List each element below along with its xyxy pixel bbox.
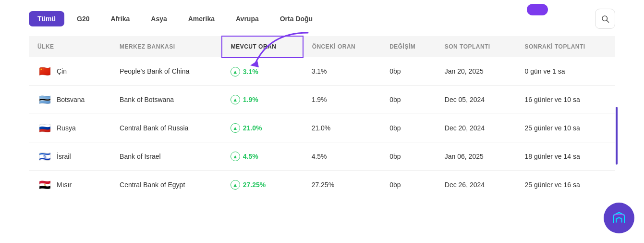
flag-icon: 🇧🇼 [37, 92, 52, 107]
country-cell: 🇷🇺Rusya [29, 114, 111, 142]
rate-cell: ▲3.1% [222, 57, 303, 86]
next-meeting-cell: 25 günler ve 16 sa [516, 171, 615, 199]
next-meeting-cell: 0 gün ve 1 sa [516, 57, 615, 86]
flag-icon: 🇮🇱 [37, 149, 52, 164]
col-deği̇şi̇m: DEĞİŞİM [381, 36, 436, 57]
change-cell: 0bp [381, 171, 436, 199]
col-mevcut-oran: MEVCUT ORAN [222, 36, 303, 57]
table-row: 🇷🇺RusyaCentral Bank of Russia▲21.0%21.0%… [29, 114, 615, 142]
last-meeting-cell: Dec 05, 2024 [436, 86, 516, 114]
logo-badge [604, 203, 634, 233]
up-arrow-icon: ▲ [231, 180, 240, 190]
bank-cell: Central Bank of Egypt [111, 171, 222, 199]
col-ülke: ÜLKE [29, 36, 111, 57]
bank-cell: Bank of Israel [111, 142, 222, 171]
next-meeting-cell: 25 günler ve 10 sa [516, 114, 615, 142]
tooltip-bubble [527, 4, 548, 15]
country-cell: 🇮🇱İsrail [29, 142, 111, 171]
nav-btn-avrupa[interactable]: Avrupa [227, 11, 267, 26]
scrollbar[interactable] [616, 107, 618, 165]
rate-cell: ▲27.25% [222, 171, 303, 199]
prev-rate-cell: 21.0% [303, 114, 381, 142]
rate-cell: ▲4.5% [222, 142, 303, 171]
table-row: 🇧🇼BotsvanaBank of Botswana▲1.9%1.9%0bpDe… [29, 86, 615, 114]
country-name: Botsvana [57, 96, 85, 103]
prev-rate-cell: 3.1% [303, 57, 381, 86]
next-meeting-cell: 16 günler ve 10 sa [516, 86, 615, 114]
col-son-toplanti: SON TOPLANTI [436, 36, 516, 57]
col-sonraki̇-toplanti: SONRAKİ TOPLANTI [516, 36, 615, 57]
rate-value: 1.9% [243, 96, 258, 103]
country-name: İsrail [57, 153, 71, 160]
prev-rate-cell: 27.25% [303, 171, 381, 199]
change-cell: 0bp [381, 142, 436, 171]
bank-cell: Central Bank of Russia [111, 114, 222, 142]
country-cell: 🇧🇼Botsvana [29, 86, 111, 114]
change-cell: 0bp [381, 57, 436, 86]
nav-btn-g20[interactable]: G20 [68, 11, 98, 26]
rate-value: 27.25% [243, 181, 266, 189]
table-row: 🇨🇳ÇinPeople's Bank of China▲3.1%3.1%0bpJ… [29, 57, 615, 86]
prev-rate-cell: 1.9% [303, 86, 381, 114]
nav-btn-asya[interactable]: Asya [142, 11, 175, 26]
change-cell: 0bp [381, 86, 436, 114]
rate-value: 4.5% [243, 153, 258, 160]
country-cell: 🇨🇳Çin [29, 57, 111, 86]
up-arrow-icon: ▲ [231, 123, 240, 133]
change-cell: 0bp [381, 114, 436, 142]
table-row: 🇪🇬MısırCentral Bank of Egypt▲27.25%27.25… [29, 171, 615, 199]
search-button[interactable] [595, 9, 615, 29]
up-arrow-icon: ▲ [231, 67, 240, 77]
nav-btn-orta-doğu[interactable]: Orta Doğu [271, 11, 321, 26]
bank-cell: People's Bank of China [111, 57, 222, 86]
rate-value: 3.1% [243, 68, 258, 76]
rates-table: ÜLKEMERKEZ BANKASIMEVCUT ORANÖNCEKİ ORAN… [29, 36, 615, 199]
rate-value: 21.0% [243, 124, 262, 132]
flag-icon: 🇷🇺 [37, 121, 52, 135]
country-name: Çin [57, 67, 67, 75]
table-row: 🇮🇱İsrailBank of Israel▲4.5%4.5%0bpJan 06… [29, 142, 615, 171]
table-wrap: ÜLKEMERKEZ BANKASIMEVCUT ORANÖNCEKİ ORAN… [0, 36, 644, 209]
next-meeting-cell: 18 günler ve 14 sa [516, 142, 615, 171]
country-name: Rusya [57, 124, 76, 132]
flag-icon: 🇪🇬 [37, 178, 52, 192]
flag-icon: 🇨🇳 [37, 64, 52, 78]
col-merkez-bankasi: MERKEZ BANKASI [111, 36, 222, 57]
country-cell: 🇪🇬Mısır [29, 171, 111, 199]
up-arrow-icon: ▲ [231, 152, 240, 161]
svg-line-2 [607, 20, 608, 22]
up-arrow-icon: ▲ [231, 95, 240, 104]
prev-rate-cell: 4.5% [303, 142, 381, 171]
last-meeting-cell: Dec 26, 2024 [436, 171, 516, 199]
rate-cell: ▲1.9% [222, 86, 303, 114]
nav-bar: TümüG20AfrikaAsyaAmerikaAvrupaOrta Doğu [0, 0, 644, 36]
bank-cell: Bank of Botswana [111, 86, 222, 114]
nav-btn-tümü[interactable]: Tümü [29, 11, 64, 26]
last-meeting-cell: Jan 20, 2025 [436, 57, 516, 86]
nav-btn-afrika[interactable]: Afrika [102, 11, 139, 26]
col-önceki̇-oran: ÖNCEKİ ORAN [303, 36, 381, 57]
rate-cell: ▲21.0% [222, 114, 303, 142]
last-meeting-cell: Dec 20, 2024 [436, 114, 516, 142]
country-name: Mısır [57, 181, 72, 189]
nav-btn-amerika[interactable]: Amerika [180, 11, 223, 26]
last-meeting-cell: Jan 06, 2025 [436, 142, 516, 171]
